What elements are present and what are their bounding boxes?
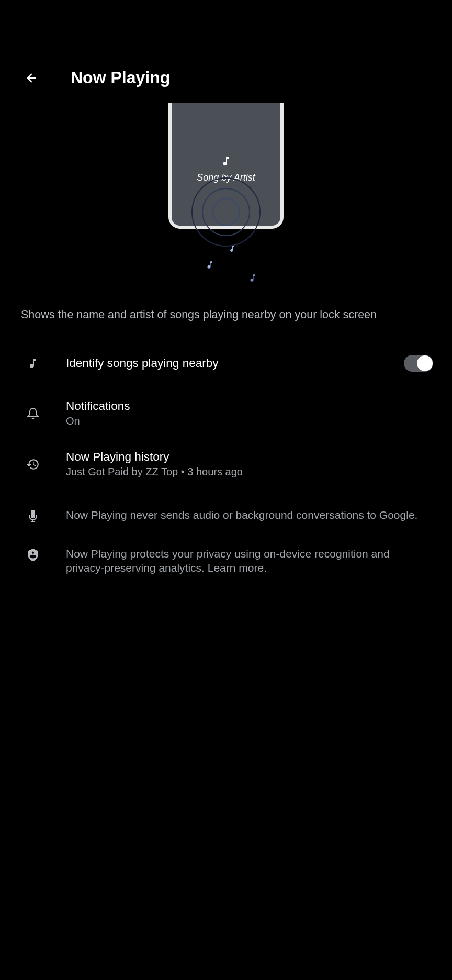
history-value: Just Got Paid by ZZ Top • 3 hours ago bbox=[66, 466, 436, 478]
identify-songs-label: Identify songs playing nearby bbox=[66, 357, 404, 370]
phone-mockup: Song by Artist bbox=[168, 103, 284, 229]
notifications-value: On bbox=[66, 415, 436, 427]
music-note-icon bbox=[228, 244, 236, 253]
mic-privacy-info: Now Playing never sends audio or backgro… bbox=[0, 494, 452, 533]
back-button[interactable] bbox=[16, 71, 47, 85]
music-note-icon bbox=[220, 155, 232, 167]
music-note-icon bbox=[205, 260, 214, 270]
page-header: Now Playing bbox=[0, 0, 452, 103]
illustration: Song by Artist bbox=[0, 103, 452, 286]
microphone-icon bbox=[27, 509, 39, 524]
identify-songs-setting[interactable]: Identify songs playing nearby bbox=[0, 338, 452, 388]
back-arrow-icon bbox=[25, 71, 38, 85]
privacy-info: Now Playing protects your privacy using … bbox=[0, 533, 452, 585]
svg-point-0 bbox=[213, 199, 239, 225]
identify-songs-toggle[interactable] bbox=[404, 355, 433, 372]
bell-icon bbox=[27, 407, 39, 420]
feature-description: Shows the name and artist of songs playi… bbox=[0, 286, 452, 338]
shield-person-icon bbox=[26, 548, 40, 562]
soundwave-icon bbox=[184, 170, 268, 254]
mic-info-text: Now Playing never sends audio or backgro… bbox=[50, 508, 429, 522]
page-title: Now Playing bbox=[71, 68, 170, 87]
music-note-icon bbox=[27, 357, 39, 370]
music-note-icon bbox=[248, 273, 257, 283]
svg-point-1 bbox=[202, 188, 250, 236]
history-setting[interactable]: Now Playing history Just Got Paid by ZZ … bbox=[0, 439, 452, 489]
history-icon bbox=[26, 458, 40, 471]
learn-more-link[interactable]: Learn more. bbox=[208, 562, 267, 574]
privacy-info-text: Now Playing protects your privacy using … bbox=[50, 547, 429, 575]
history-label: Now Playing history bbox=[66, 450, 436, 464]
notifications-label: Notifications bbox=[66, 399, 436, 413]
notifications-setting[interactable]: Notifications On bbox=[0, 388, 452, 439]
